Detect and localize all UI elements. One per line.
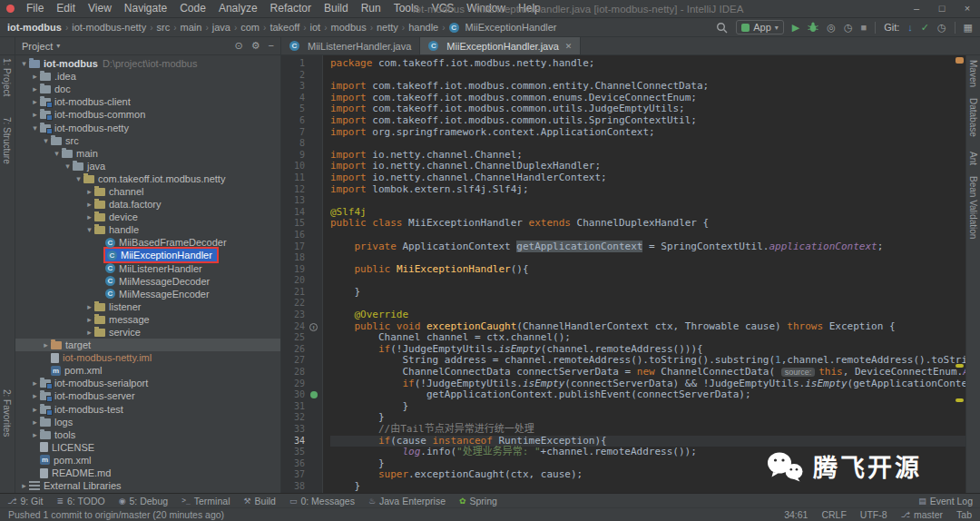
menu-refactor[interactable]: Refactor [264,0,318,17]
tree-toggle-icon[interactable]: ▸ [30,378,40,388]
tree-row[interactable]: ▾java [15,160,280,172]
close-button[interactable]: × [955,0,980,17]
statusbar-line-separator[interactable]: CRLF [821,509,846,520]
breadcrumb-item[interactable]: iot [310,22,321,33]
layout-button[interactable]: ▦ [964,22,973,34]
close-icon[interactable]: ✕ [565,42,573,51]
editor-tab[interactable]: CMiiListenerHandler.java [281,37,420,54]
tree-row[interactable]: ▾iot-modbusD:\project\iot-modbus [15,57,280,70]
menu-file[interactable]: File [20,0,50,17]
tree-row[interactable]: LICENSE [15,441,280,454]
locate-icon[interactable]: ⊙ [234,40,242,52]
breadcrumb-item[interactable]: takeoff [270,22,299,33]
tool-window-button-bean-validation[interactable]: Bean Validation [968,176,978,239]
menu-navigate[interactable]: Navigate [118,0,173,17]
statusbar-event-log[interactable]: ▤Event Log [918,496,973,506]
menu-analyze[interactable]: Analyze [212,0,264,17]
tree-toggle-icon[interactable]: ▸ [30,418,40,427]
chevron-down-icon[interactable]: ▾ [56,42,60,50]
tree-row[interactable]: README.md [15,467,280,479]
tree-row[interactable]: ▸iot-modbus-test [15,403,280,416]
breadcrumb-item[interactable]: CMiiExceptionHandler [449,22,557,33]
tree-toggle-icon[interactable]: ▾ [52,149,62,158]
tool-window-button-structure[interactable]: 7: Structure [2,117,12,164]
search-icon[interactable] [716,22,728,34]
tree-toggle-icon[interactable]: ▾ [74,174,83,183]
menu-run[interactable]: Run [355,0,387,17]
tree-row[interactable]: ▸External Libraries [15,479,280,492]
tool-window-button-project[interactable]: 1: Project [2,58,12,96]
tree-toggle-icon[interactable]: ▸ [30,72,40,81]
statusbar-button-messages[interactable]: ▭0: Messages [289,496,355,506]
tree-toggle-icon[interactable]: ▸ [84,212,94,221]
statusbar-button-build[interactable]: ⚒Build [243,496,275,506]
tree-toggle-icon[interactable]: ▸ [41,340,51,349]
scrollbar-error-stripe[interactable] [954,55,965,493]
tree-row[interactable]: ▸message [15,313,280,326]
tool-window-button-favorites[interactable]: 2: Favorites [2,389,12,437]
tree-toggle-icon[interactable]: ▸ [30,97,40,106]
editor-tab[interactable]: CMiiExceptionHandler.java✕ [420,37,581,54]
tool-window-button-database[interactable]: Database [968,98,978,137]
tree-toggle-icon[interactable]: ▾ [84,225,94,234]
stripe-mark[interactable] [956,364,964,368]
tree-toggle-icon[interactable]: ▸ [30,391,40,400]
code-area[interactable]: package com.takeoff.iot.modbus.netty.han… [323,55,965,493]
stripe-mark[interactable] [956,398,964,402]
tree-toggle-icon[interactable]: ▸ [19,481,29,490]
tree-toggle-icon[interactable]: ▸ [84,328,94,337]
tree-row[interactable]: mpom.xml [15,454,280,467]
breadcrumb-item[interactable]: modbus [331,22,367,33]
tree-toggle-icon[interactable]: ▸ [84,200,94,209]
minimize-button[interactable]: – [904,0,929,17]
tree-row[interactable]: ▸iot-modbus-client [15,95,280,108]
statusbar-caret-position[interactable]: 34:61 [784,509,808,520]
breadcrumb-item[interactable]: handle [408,22,438,33]
tree-row[interactable]: ▸data.factory [15,198,280,211]
breadcrumb-item[interactable]: main [181,22,202,33]
tree-row[interactable]: ▸logs [15,416,280,428]
breadcrumb-item[interactable]: netty [377,22,398,33]
breadcrumb-item[interactable]: src [157,22,171,33]
tree-toggle-icon[interactable]: ▾ [30,123,40,133]
coverage-button[interactable]: ◎ [827,22,836,34]
statusbar-git-branch[interactable]: ⎇master [901,509,943,520]
menu-build[interactable]: Build [318,0,355,17]
stripe-mark[interactable] [956,57,964,64]
menu-code[interactable]: Code [173,0,212,17]
menu-edit[interactable]: Edit [50,0,82,17]
tree-row[interactable]: CMiiListenerHandler [15,262,280,275]
stop-button[interactable]: ■ [860,22,867,33]
tree-toggle-icon[interactable]: ▸ [30,110,40,119]
tree-row[interactable]: ▸doc [15,83,280,95]
tree-row[interactable]: ▾main [15,147,280,160]
tree-row[interactable]: mpom.xml [15,364,280,377]
tree-toggle-icon[interactable]: ▸ [84,315,94,324]
settings-icon[interactable]: ⚙ [251,40,260,52]
tool-window-button-maven[interactable]: Maven [968,60,978,87]
tree-toggle-icon[interactable]: ▸ [84,302,94,311]
tree-row[interactable]: ▾handle [15,223,280,236]
tree-toggle-icon[interactable]: ▾ [41,136,51,145]
tree-toggle-icon[interactable]: ▸ [30,84,40,93]
override-method-icon[interactable]: ↑ [309,323,318,331]
breadcrumb-item[interactable]: com [240,22,260,33]
breadcrumb-item[interactable]: iot-modbus-netty [72,22,146,33]
hide-icon[interactable]: − [269,40,274,52]
tree-row[interactable]: ▸service [15,326,280,339]
tree-row[interactable]: iot-modbus-netty.iml [15,351,280,364]
tool-window-button-ant[interactable]: Ant [968,152,978,165]
statusbar-button-terminal[interactable]: >_Terminal [181,496,230,506]
statusbar-button-todo[interactable]: ≣6: TODO [56,496,104,506]
tree-toggle-icon[interactable]: ▸ [30,430,40,439]
history-button[interactable]: ◷ [937,22,946,34]
statusbar-button-spring[interactable]: ✿Spring [459,496,497,506]
tree-row[interactable]: CMiiMessageDecoder [15,275,280,288]
debug-button[interactable] [808,22,818,33]
tree-row[interactable]: ▸listener [15,300,280,313]
breadcrumb-item[interactable]: iot-modbus [7,22,62,33]
tree-toggle-icon[interactable]: ▾ [63,162,73,171]
tree-row[interactable]: ▸tools [15,428,280,441]
breadcrumb-item[interactable]: java [212,22,230,33]
tree-toggle-icon[interactable]: ▾ [19,59,29,68]
